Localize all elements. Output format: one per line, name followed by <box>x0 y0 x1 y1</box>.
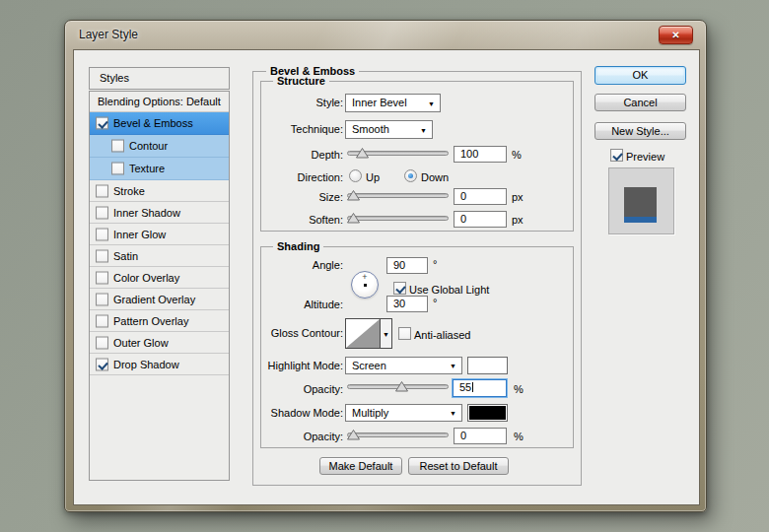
soften-input[interactable]: 0 <box>454 211 507 228</box>
preview-square <box>624 187 657 217</box>
shadow-color-swatch[interactable] <box>467 404 508 422</box>
sidebar-item-label: Satin <box>113 250 138 262</box>
anti-aliased-checkbox[interactable] <box>398 327 411 340</box>
style-label: Style: <box>259 97 343 108</box>
angle-input[interactable]: 90 <box>386 257 428 274</box>
reset-to-default-button[interactable]: Reset to Default <box>408 457 509 475</box>
sidebar-item-outer-glow[interactable]: Outer Glow <box>90 332 229 354</box>
outer-glow-checkbox[interactable] <box>96 336 108 349</box>
shadow-mode-dropdown[interactable]: Multiply ▼ <box>345 404 462 422</box>
pattern-overlay-checkbox[interactable] <box>96 314 108 327</box>
sidebar-item-texture[interactable]: Texture <box>90 158 229 180</box>
highlight-mode-dropdown[interactable]: Screen ▼ <box>345 357 462 374</box>
gradient-overlay-checkbox[interactable] <box>96 293 108 305</box>
contour-dropdown-strip[interactable]: ▼ <box>380 319 391 348</box>
sidebar-item-label: Bevel & Emboss <box>113 117 193 129</box>
sidebar-item-stroke[interactable]: Stroke <box>90 180 229 202</box>
sidebar-item-inner-glow[interactable]: Inner Glow <box>90 224 229 245</box>
close-icon: ✕ <box>671 30 679 40</box>
shadow-opacity-unit: % <box>514 431 524 442</box>
highlight-opacity-value: 55 <box>459 381 471 393</box>
gloss-contour-picker[interactable]: ▼ <box>345 318 392 349</box>
highlight-opacity-slider[interactable] <box>347 380 449 393</box>
use-global-light-label: Use Global Light <box>409 284 489 296</box>
sidebar-item-label: Stroke <box>113 185 145 197</box>
altitude-unit: ° <box>433 297 437 308</box>
depth-unit: % <box>512 149 522 161</box>
sidebar-item-color-overlay[interactable]: Color Overlay <box>90 267 229 289</box>
highlight-opacity-label: Opacity: <box>259 383 343 395</box>
direction-down-radio[interactable] <box>404 169 417 182</box>
shadow-opacity-slider-track[interactable] <box>347 432 449 437</box>
desktop-background: Layer Style ✕ Styles Blending Options: D… <box>0 0 769 532</box>
preview-checkbox[interactable] <box>610 149 623 162</box>
soften-slider-thumb[interactable] <box>347 213 360 224</box>
size-slider-track[interactable] <box>347 193 449 198</box>
preview-label: Preview <box>626 151 664 163</box>
size-unit: px <box>512 191 524 203</box>
inner-glow-checkbox[interactable] <box>96 228 108 240</box>
cancel-button[interactable]: Cancel <box>594 94 686 111</box>
close-button[interactable]: ✕ <box>659 26 693 44</box>
soften-slider-track[interactable] <box>347 216 449 221</box>
shadow-opacity-input[interactable]: 0 <box>454 428 507 444</box>
bevel-emboss-checkbox[interactable] <box>96 117 108 130</box>
sidebar-item-blending-options[interactable]: Blending Options: Default <box>90 92 229 112</box>
altitude-input[interactable]: 30 <box>386 296 428 312</box>
ok-button[interactable]: OK <box>594 66 686 85</box>
color-overlay-checkbox[interactable] <box>96 271 108 284</box>
style-dropdown[interactable]: Inner Bevel ▼ <box>345 94 441 112</box>
sidebar-item-label: Contour <box>129 140 168 152</box>
drop-shadow-checkbox[interactable] <box>96 358 108 370</box>
angle-crosshair-icon: + <box>362 272 367 282</box>
shading-group-title: Shading <box>273 240 323 252</box>
angle-value: 90 <box>393 259 405 271</box>
size-label: Size: <box>259 191 343 203</box>
chevron-down-icon: ▼ <box>450 405 456 422</box>
texture-checkbox[interactable] <box>111 163 124 175</box>
shadow-opacity-value: 0 <box>460 430 466 441</box>
size-slider[interactable] <box>347 189 449 202</box>
sidebar-item-bevel-emboss[interactable]: Bevel & Emboss <box>90 112 229 135</box>
title-bar[interactable]: Layer Style ✕ <box>65 21 706 49</box>
sidebar-item-label: Texture <box>129 163 165 174</box>
depth-input[interactable]: 100 <box>454 146 507 163</box>
contour-thumbnail-icon <box>346 319 380 348</box>
soften-slider[interactable] <box>347 212 449 225</box>
stroke-checkbox[interactable] <box>96 184 108 197</box>
altitude-label: Altitude: <box>259 299 343 310</box>
sidebar-item-label: Pattern Overlay <box>113 315 188 327</box>
depth-slider-thumb[interactable] <box>356 148 369 159</box>
angle-center-dot-icon <box>364 284 367 287</box>
highlight-opacity-input[interactable]: 55 <box>453 379 507 397</box>
sidebar-item-contour[interactable]: Contour <box>90 135 229 158</box>
size-input[interactable]: 0 <box>454 188 507 205</box>
highlight-opacity-slider-thumb[interactable] <box>395 381 408 392</box>
sidebar-item-pattern-overlay[interactable]: Pattern Overlay <box>90 310 229 332</box>
highlight-color-swatch[interactable] <box>467 357 508 374</box>
contour-checkbox[interactable] <box>111 140 124 153</box>
anti-aliased-label: Anti-aliased <box>414 329 470 341</box>
depth-slider[interactable] <box>347 147 449 160</box>
use-global-light-checkbox[interactable] <box>393 282 406 295</box>
sidebar-item-satin[interactable]: Satin <box>90 245 229 267</box>
angle-dial[interactable]: + <box>351 271 379 299</box>
shadow-opacity-slider[interactable] <box>347 429 449 441</box>
inner-shadow-checkbox[interactable] <box>96 206 108 219</box>
direction-down-label: Down <box>421 171 449 183</box>
styles-panel-header: Styles <box>89 67 230 90</box>
make-default-button[interactable]: Make Default <box>319 457 402 475</box>
soften-label: Soften: <box>259 214 343 226</box>
direction-up-radio[interactable] <box>349 169 362 182</box>
sidebar-item-gradient-overlay[interactable]: Gradient Overlay <box>90 289 229 310</box>
depth-value: 100 <box>460 148 478 160</box>
satin-checkbox[interactable] <box>96 249 108 262</box>
shadow-opacity-slider-thumb[interactable] <box>347 430 360 440</box>
sidebar-item-drop-shadow[interactable]: Drop Shadow <box>90 354 229 375</box>
sidebar-item-inner-shadow[interactable]: Inner Shadow <box>90 202 229 224</box>
preview-stripe <box>624 217 657 223</box>
technique-dropdown[interactable]: Smooth ▼ <box>345 120 433 139</box>
new-style-button[interactable]: New Style... <box>594 122 686 140</box>
size-slider-thumb[interactable] <box>347 190 360 201</box>
chevron-down-icon: ▼ <box>450 358 456 374</box>
